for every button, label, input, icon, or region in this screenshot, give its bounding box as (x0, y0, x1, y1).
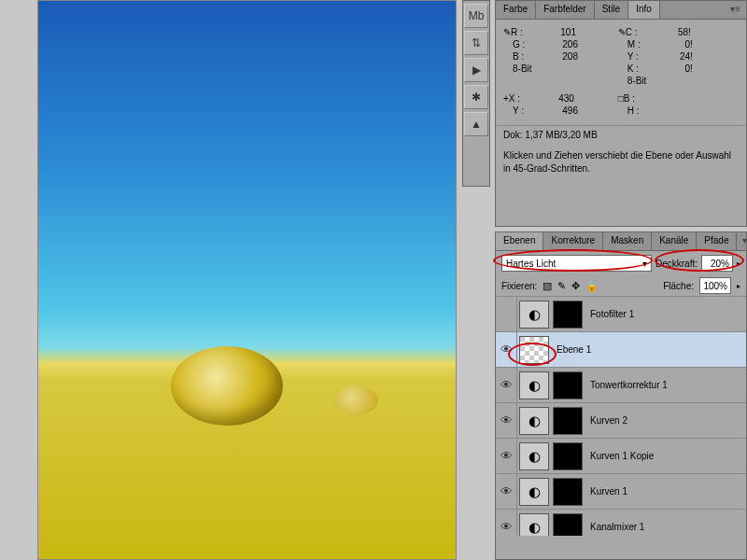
tool-align[interactable]: ⇅ (464, 31, 488, 55)
layer-name: Kurven 1 (590, 486, 627, 497)
lock-icons: ▧✎✥🔒 (543, 280, 604, 292)
value-b: 208 (531, 51, 578, 62)
layer-row[interactable]: 👁◐Tonwertkorrektur 1 (496, 368, 746, 403)
label-c: C : (626, 27, 644, 37)
tool-wheel[interactable]: ✱ (464, 85, 488, 109)
lock-paint-icon[interactable]: ✎ (557, 280, 566, 291)
visibility-toggle[interactable]: 👁 (496, 484, 516, 498)
hay-bale-small (333, 385, 378, 415)
layer-mask-thumb[interactable] (553, 301, 583, 329)
label-ypos: Y : (513, 105, 531, 116)
layer-row[interactable]: 👁Ebene 1 (496, 332, 746, 368)
doc-size: Dok: 1,37 MB/3,20 MB (496, 125, 746, 144)
value-ypos: 496 (531, 105, 578, 116)
eyedropper-icon: ✎ (618, 27, 626, 37)
layer-name: Fotofilter 1 (590, 309, 634, 319)
label-h: H : (627, 105, 646, 116)
lock-move-icon[interactable]: ✥ (571, 280, 580, 291)
layer-list[interactable]: ◐Fotofilter 1👁Ebene 1👁◐Tonwertkorrektur … (496, 297, 746, 536)
info-content: ✎R :101 G :206 B :208 8-Bit ✎C :58! M :0… (496, 20, 746, 125)
bits-right: 8-Bit (627, 76, 647, 86)
deckkraft-label: Deckkraft: (655, 259, 698, 269)
layer-name: Kanalmixer 1 (590, 522, 644, 532)
layer-row[interactable]: ◐Fotofilter 1 (496, 297, 746, 332)
label-k: K : (627, 63, 646, 74)
visibility-toggle[interactable]: 👁 (496, 413, 516, 427)
visibility-toggle[interactable]: 👁 (496, 378, 516, 392)
panel-menu-icon[interactable]: ▾≡ (725, 1, 746, 19)
value-r: 101 (529, 27, 576, 37)
label-y: Y : (627, 51, 646, 62)
label-g: G : (513, 39, 531, 49)
panel-menu-icon[interactable]: ▾≡ (737, 232, 747, 250)
layer-thumb[interactable]: ◐ (519, 513, 549, 537)
value-y: 24! (646, 51, 693, 62)
value-k: 0! (646, 63, 693, 74)
tab-stile[interactable]: Stile (595, 1, 628, 19)
layer-thumb[interactable]: ◐ (519, 301, 549, 329)
label-bw: B : (624, 93, 642, 104)
tab-farbe[interactable]: Farbe (496, 1, 536, 19)
tab-info[interactable]: Info (628, 1, 660, 19)
tab-farbfelder[interactable]: Farbfelder (536, 1, 595, 19)
tab-pfade[interactable]: Pfade (697, 232, 737, 250)
layer-mask-thumb[interactable] (553, 407, 583, 435)
value-c: 58! (644, 27, 691, 37)
tab-kanaele[interactable]: Kanäle (652, 232, 697, 250)
eyedropper-icon: ✎ (503, 27, 511, 37)
value-x: 430 (528, 93, 574, 104)
lock-transparent-icon[interactable]: ▧ (543, 280, 552, 291)
layer-thumb[interactable]: ◐ (519, 371, 549, 399)
layer-row[interactable]: 👁◐Kanalmixer 1 (496, 510, 746, 536)
lock-row: Fixieren: ▧✎✥🔒 Fläche: 100% ▸ (496, 275, 746, 297)
visibility-toggle[interactable]: 👁 (496, 449, 516, 463)
opacity-value: 20% (711, 259, 729, 269)
hay-bale (171, 346, 283, 426)
chevron-down-icon[interactable]: ▸ (737, 282, 740, 290)
layer-name: Tonwertkorrektur 1 (590, 380, 668, 390)
tab-ebenen[interactable]: Ebenen (496, 232, 543, 250)
layer-row[interactable]: 👁◐Kurven 2 (496, 403, 746, 439)
layer-thumb[interactable] (519, 336, 549, 364)
flaeche-label: Fläche: (663, 281, 694, 291)
fill-value: 100% (703, 281, 727, 291)
label-r: R : (511, 27, 529, 37)
tab-korrektur[interactable]: Korrekture (543, 232, 603, 250)
tool-column: Mb ⇅ ▶ ✱ ▲ (462, 0, 490, 187)
chevron-down-icon[interactable]: ▸ (737, 259, 740, 268)
layer-row[interactable]: 👁◐Kurven 1 (496, 474, 746, 510)
bits-left: 8-Bit (513, 63, 532, 74)
info-panel: Farbe Farbfelder Stile Info ▾≡ ✎R :101 G… (495, 0, 747, 227)
fill-input[interactable]: 100% (699, 277, 731, 294)
value-g: 206 (531, 39, 578, 49)
visibility-toggle[interactable]: 👁 (496, 343, 516, 357)
label-b: B : (513, 51, 531, 62)
lock-all-icon[interactable]: 🔒 (585, 280, 599, 291)
layer-thumb[interactable]: ◐ (519, 478, 549, 506)
layer-mask-thumb[interactable] (553, 371, 583, 399)
tool-mb[interactable]: Mb (464, 4, 488, 28)
blend-row: Hartes Licht▾ Deckkraft: 20% ▸ (496, 251, 746, 275)
visibility-toggle[interactable]: 👁 (496, 520, 516, 534)
layer-name: Ebene 1 (557, 344, 591, 355)
layer-thumb[interactable]: ◐ (519, 407, 549, 435)
chevron-down-icon: ▾ (642, 259, 647, 269)
layers-tabbar: Ebenen Korrekture Masken Kanäle Pfade ▾≡ (496, 232, 746, 251)
tool-hist[interactable]: ▲ (464, 112, 488, 136)
layers-panel: Ebenen Korrekture Masken Kanäle Pfade ▾≡… (495, 231, 747, 560)
blend-mode-select[interactable]: Hartes Licht▾ (501, 255, 652, 272)
image-canvas[interactable] (37, 0, 457, 560)
value-bw (642, 93, 689, 104)
opacity-input[interactable]: 20% (701, 255, 733, 272)
layer-row[interactable]: 👁◐Kurven 1 Kopie (496, 439, 746, 474)
layer-name: Kurven 1 Kopie (590, 451, 654, 461)
layer-name: Kurven 2 (590, 415, 627, 426)
layer-thumb[interactable]: ◐ (519, 442, 549, 470)
layer-mask-thumb[interactable] (553, 478, 583, 506)
layer-mask-thumb[interactable] (553, 442, 583, 470)
layer-mask-thumb[interactable] (553, 513, 583, 537)
label-m: M : (627, 39, 646, 49)
tool-play[interactable]: ▶ (464, 58, 488, 82)
tab-masken[interactable]: Masken (603, 232, 652, 250)
label-x: X : (509, 93, 528, 104)
